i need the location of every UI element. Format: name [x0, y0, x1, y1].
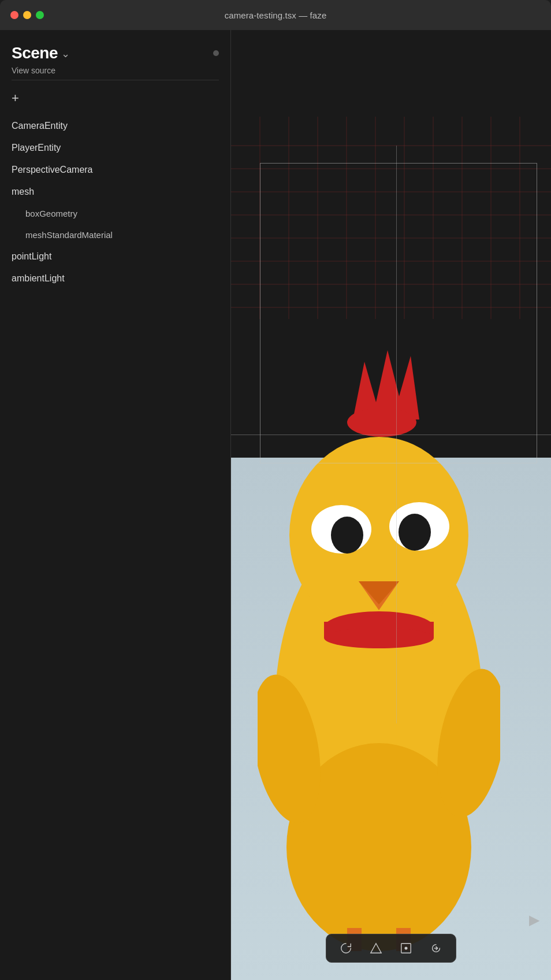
- triangle-tool-button[interactable]: [368, 940, 384, 956]
- scene-item-label: ambientLight: [12, 273, 65, 284]
- scene-dot: [213, 50, 219, 56]
- rotate-tool-button[interactable]: [338, 940, 354, 956]
- sidebar-item-ambient-light[interactable]: ambientLight: [0, 268, 230, 289]
- navigate-arrow: ▶: [529, 912, 539, 928]
- sidebar-item-point-light[interactable]: pointLight: [0, 246, 230, 268]
- main-layout: Scene ⌄ View source + CameraEntity Playe…: [0, 30, 551, 980]
- scene-item-label: PlayerEntity: [12, 143, 61, 153]
- window-title: camera-testing.tsx — faze: [225, 10, 327, 20]
- scene-item-label: boxGeometry: [25, 209, 77, 218]
- scene-title-row: Scene ⌄: [12, 44, 219, 62]
- minimize-button[interactable]: [23, 11, 31, 19]
- scene-title: Scene: [12, 44, 58, 62]
- bottom-toolbar: [326, 934, 456, 963]
- sidebar-item-mesh-standard-material[interactable]: meshStandardMaterial: [0, 224, 230, 246]
- scene-item-label: CameraEntity: [12, 121, 68, 131]
- svg-point-38: [405, 947, 407, 949]
- scene-item-label: PerspectiveCamera: [12, 165, 93, 175]
- svg-marker-36: [371, 944, 381, 953]
- add-icon[interactable]: +: [12, 91, 19, 105]
- scene-item-label: meshStandardMaterial: [25, 230, 113, 240]
- close-button[interactable]: [10, 11, 18, 19]
- sidebar-item-box-geometry[interactable]: boxGeometry: [0, 203, 230, 224]
- svg-point-22: [347, 408, 416, 437]
- maximize-button[interactable]: [36, 11, 44, 19]
- chevron-down-icon[interactable]: ⌄: [61, 47, 70, 60]
- scene-item-label: pointLight: [12, 251, 51, 262]
- box-select-icon: [400, 942, 412, 955]
- svg-point-26: [399, 514, 431, 551]
- sidebar-item-player-entity[interactable]: PlayerEntity: [0, 137, 230, 159]
- sidebar: Scene ⌄ View source + CameraEntity Playe…: [0, 30, 231, 980]
- scene-title-group: Scene ⌄: [12, 44, 70, 62]
- rotate-icon: [340, 942, 352, 955]
- chicken-character: [258, 315, 500, 951]
- view-source-link[interactable]: View source: [12, 66, 219, 75]
- sidebar-divider: [12, 80, 219, 80]
- scene-items: CameraEntity PlayerEntity PerspectiveCam…: [0, 113, 230, 980]
- box-select-tool-button[interactable]: [398, 940, 414, 956]
- scene-item-label: mesh: [12, 187, 34, 197]
- sidebar-item-camera-entity[interactable]: CameraEntity: [0, 115, 230, 137]
- triangle-icon: [370, 942, 382, 955]
- add-button-row: +: [0, 84, 230, 113]
- titlebar: camera-testing.tsx — faze: [0, 0, 551, 30]
- sidebar-header: Scene ⌄ View source: [0, 30, 230, 84]
- sidebar-item-mesh[interactable]: mesh: [0, 181, 230, 203]
- window-controls: [10, 11, 44, 19]
- export-icon: [430, 942, 442, 955]
- export-tool-button[interactable]: [428, 940, 444, 956]
- viewport[interactable]: ▶: [231, 30, 551, 980]
- svg-point-31: [324, 628, 434, 648]
- svg-point-25: [331, 517, 363, 554]
- sidebar-item-perspective-camera[interactable]: PerspectiveCamera: [0, 159, 230, 181]
